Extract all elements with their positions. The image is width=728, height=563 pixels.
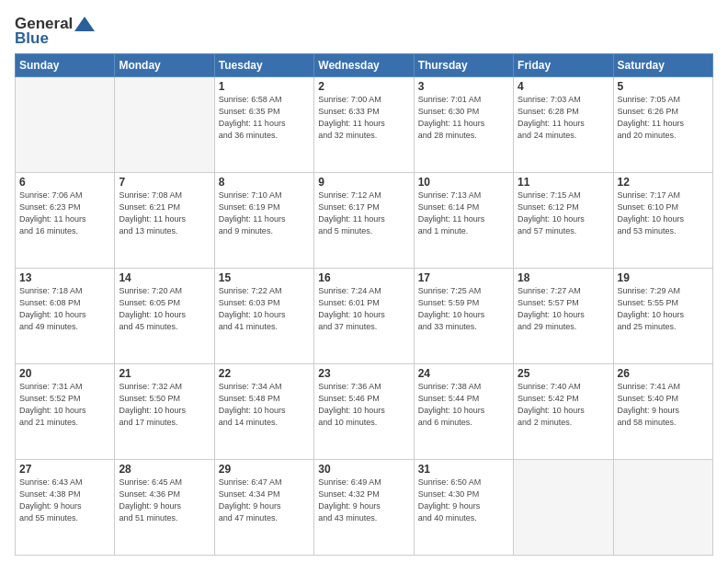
day-info: Sunrise: 7:05 AMSunset: 6:26 PMDaylight:…: [618, 94, 709, 142]
day-info: Sunrise: 7:00 AMSunset: 6:33 PMDaylight:…: [318, 94, 409, 142]
day-number: 22: [219, 367, 310, 380]
day-number: 11: [518, 176, 609, 189]
day-info: Sunrise: 7:34 AMSunset: 5:48 PMDaylight:…: [219, 381, 310, 429]
calendar-cell: 5Sunrise: 7:05 AMSunset: 6:26 PMDaylight…: [613, 77, 712, 173]
calendar-cell: 7Sunrise: 7:08 AMSunset: 6:21 PMDaylight…: [115, 173, 214, 269]
day-info: Sunrise: 7:31 AMSunset: 5:52 PMDaylight:…: [19, 381, 110, 429]
logo: General Blue: [15, 15, 95, 48]
calendar-cell: 25Sunrise: 7:40 AMSunset: 5:42 PMDayligh…: [514, 364, 613, 460]
day-number: 17: [418, 271, 509, 284]
calendar-cell: 31Sunrise: 6:50 AMSunset: 4:30 PMDayligh…: [414, 460, 513, 556]
day-number: 19: [618, 271, 709, 284]
day-number: 23: [318, 367, 409, 380]
weekday-monday: Monday: [115, 54, 214, 77]
calendar-cell: 12Sunrise: 7:17 AMSunset: 6:10 PMDayligh…: [613, 173, 712, 269]
day-number: 20: [19, 367, 110, 380]
day-number: 6: [19, 176, 110, 189]
calendar-cell: 3Sunrise: 7:01 AMSunset: 6:30 PMDaylight…: [414, 77, 513, 173]
calendar-cell: 20Sunrise: 7:31 AMSunset: 5:52 PMDayligh…: [16, 364, 115, 460]
calendar-cell: [16, 77, 115, 173]
day-info: Sunrise: 7:27 AMSunset: 5:57 PMDaylight:…: [518, 285, 609, 333]
calendar-cell: 2Sunrise: 7:00 AMSunset: 6:33 PMDaylight…: [314, 77, 414, 173]
calendar-cell: [514, 460, 613, 556]
day-info: Sunrise: 6:58 AMSunset: 6:35 PMDaylight:…: [219, 94, 310, 142]
day-info: Sunrise: 7:06 AMSunset: 6:23 PMDaylight:…: [19, 190, 110, 237]
calendar-cell: 27Sunrise: 6:43 AMSunset: 4:38 PMDayligh…: [16, 460, 115, 556]
logo-blue-text: Blue: [15, 29, 49, 48]
day-info: Sunrise: 7:25 AMSunset: 5:59 PMDaylight:…: [418, 285, 509, 333]
day-info: Sunrise: 7:38 AMSunset: 5:44 PMDaylight:…: [418, 381, 509, 429]
day-info: Sunrise: 7:01 AMSunset: 6:30 PMDaylight:…: [418, 94, 509, 142]
day-number: 24: [418, 367, 509, 380]
day-info: Sunrise: 7:20 AMSunset: 6:05 PMDaylight:…: [119, 285, 210, 333]
day-info: Sunrise: 6:49 AMSunset: 4:32 PMDaylight:…: [318, 477, 409, 524]
day-number: 3: [418, 80, 509, 93]
calendar-cell: 17Sunrise: 7:25 AMSunset: 5:59 PMDayligh…: [414, 269, 513, 364]
day-info: Sunrise: 7:10 AMSunset: 6:19 PMDaylight:…: [219, 190, 310, 237]
weekday-friday: Friday: [514, 54, 613, 77]
day-number: 16: [318, 271, 409, 284]
day-number: 26: [618, 367, 709, 380]
day-number: 7: [119, 176, 210, 189]
calendar-cell: [115, 77, 214, 173]
day-info: Sunrise: 6:50 AMSunset: 4:30 PMDaylight:…: [418, 477, 509, 524]
day-info: Sunrise: 7:13 AMSunset: 6:14 PMDaylight:…: [418, 190, 509, 237]
calendar-cell: 11Sunrise: 7:15 AMSunset: 6:12 PMDayligh…: [514, 173, 613, 269]
logo-icon: [74, 17, 95, 31]
day-number: 14: [119, 271, 210, 284]
calendar-cell: 29Sunrise: 6:47 AMSunset: 4:34 PMDayligh…: [214, 460, 313, 556]
day-number: 2: [318, 80, 409, 93]
day-number: 18: [518, 271, 609, 284]
calendar-cell: [613, 460, 712, 556]
week-row-3: 13Sunrise: 7:18 AMSunset: 6:08 PMDayligh…: [16, 269, 713, 364]
weekday-header-row: SundayMondayTuesdayWednesdayThursdayFrid…: [16, 54, 713, 77]
day-info: Sunrise: 7:32 AMSunset: 5:50 PMDaylight:…: [119, 381, 210, 429]
header: General Blue: [15, 11, 713, 48]
day-number: 13: [19, 271, 110, 284]
day-info: Sunrise: 6:43 AMSunset: 4:38 PMDaylight:…: [19, 477, 110, 524]
day-info: Sunrise: 6:45 AMSunset: 4:36 PMDaylight:…: [119, 477, 210, 524]
week-row-1: 1Sunrise: 6:58 AMSunset: 6:35 PMDaylight…: [16, 77, 713, 173]
calendar-cell: 24Sunrise: 7:38 AMSunset: 5:44 PMDayligh…: [414, 364, 513, 460]
calendar-cell: 16Sunrise: 7:24 AMSunset: 6:01 PMDayligh…: [314, 269, 414, 364]
calendar-cell: 28Sunrise: 6:45 AMSunset: 4:36 PMDayligh…: [115, 460, 214, 556]
page: General Blue SundayMondayTuesdayWednesda…: [0, 0, 728, 563]
calendar-cell: 1Sunrise: 6:58 AMSunset: 6:35 PMDaylight…: [214, 77, 313, 173]
day-info: Sunrise: 7:17 AMSunset: 6:10 PMDaylight:…: [618, 190, 709, 237]
weekday-saturday: Saturday: [613, 54, 712, 77]
day-info: Sunrise: 7:18 AMSunset: 6:08 PMDaylight:…: [19, 285, 110, 333]
calendar-cell: 4Sunrise: 7:03 AMSunset: 6:28 PMDaylight…: [514, 77, 613, 173]
day-info: Sunrise: 7:29 AMSunset: 5:55 PMDaylight:…: [618, 285, 709, 333]
calendar-cell: 19Sunrise: 7:29 AMSunset: 5:55 PMDayligh…: [613, 269, 712, 364]
day-number: 4: [518, 80, 609, 93]
day-number: 15: [219, 271, 310, 284]
weekday-tuesday: Tuesday: [214, 54, 313, 77]
day-number: 29: [219, 463, 310, 476]
day-info: Sunrise: 7:36 AMSunset: 5:46 PMDaylight:…: [318, 381, 409, 429]
day-info: Sunrise: 7:03 AMSunset: 6:28 PMDaylight:…: [518, 94, 609, 142]
calendar-cell: 14Sunrise: 7:20 AMSunset: 6:05 PMDayligh…: [115, 269, 214, 364]
day-number: 31: [418, 463, 509, 476]
day-number: 25: [518, 367, 609, 380]
day-info: Sunrise: 7:15 AMSunset: 6:12 PMDaylight:…: [518, 190, 609, 237]
calendar-cell: 26Sunrise: 7:41 AMSunset: 5:40 PMDayligh…: [613, 364, 712, 460]
calendar-cell: 21Sunrise: 7:32 AMSunset: 5:50 PMDayligh…: [115, 364, 214, 460]
day-info: Sunrise: 7:08 AMSunset: 6:21 PMDaylight:…: [119, 190, 210, 237]
day-number: 12: [618, 176, 709, 189]
day-info: Sunrise: 7:24 AMSunset: 6:01 PMDaylight:…: [318, 285, 409, 333]
calendar-cell: 18Sunrise: 7:27 AMSunset: 5:57 PMDayligh…: [514, 269, 613, 364]
calendar-cell: 10Sunrise: 7:13 AMSunset: 6:14 PMDayligh…: [414, 173, 513, 269]
calendar-cell: 6Sunrise: 7:06 AMSunset: 6:23 PMDaylight…: [16, 173, 115, 269]
weekday-sunday: Sunday: [16, 54, 115, 77]
calendar-cell: 15Sunrise: 7:22 AMSunset: 6:03 PMDayligh…: [214, 269, 313, 364]
weekday-thursday: Thursday: [414, 54, 513, 77]
weekday-wednesday: Wednesday: [314, 54, 414, 77]
day-info: Sunrise: 7:41 AMSunset: 5:40 PMDaylight:…: [618, 381, 709, 429]
calendar-cell: 23Sunrise: 7:36 AMSunset: 5:46 PMDayligh…: [314, 364, 414, 460]
day-number: 5: [618, 80, 709, 93]
day-number: 8: [219, 176, 310, 189]
calendar-cell: 13Sunrise: 7:18 AMSunset: 6:08 PMDayligh…: [16, 269, 115, 364]
day-info: Sunrise: 7:12 AMSunset: 6:17 PMDaylight:…: [318, 190, 409, 237]
day-number: 30: [318, 463, 409, 476]
day-number: 10: [418, 176, 509, 189]
